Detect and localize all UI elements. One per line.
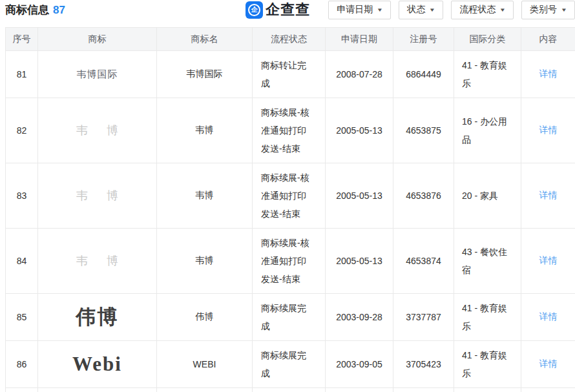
registration-number: 4653876 [393,163,454,229]
filter-label: 状态 [407,4,425,15]
filter-application-date[interactable]: 申请日期 ▼ [328,1,391,19]
trademark-image[interactable]: 伟博 [76,304,119,331]
detail-link[interactable]: 详情 [539,190,558,200]
row-number: 87 [6,388,38,392]
filter-category-number[interactable]: 类别号 ▼ [521,1,575,19]
table-row: 86WebiWEBI商标续展完成2003-09-05370542341 - 教育… [6,341,575,388]
registration-number: 6864449 [393,51,454,98]
application-date: 2003-09-28 [326,294,393,341]
trademark-image[interactable]: 韦博国际 [77,68,118,81]
chevron-down-icon: ▼ [561,7,567,13]
row-number: 81 [6,51,38,98]
page-title-count: 87 [53,4,65,16]
trademark-image[interactable]: 韦 博 [68,123,126,138]
process-status: 商标转让完成 [253,51,326,98]
chevron-down-icon: ▼ [499,7,506,13]
content-cell: 详情 [521,163,575,229]
filter-label: 类别号 [530,4,557,15]
content-cell: 详情 [521,341,575,388]
trademark-image-cell: 韦博国际 [38,51,157,98]
col-header-process-status: 流程状态 [253,28,326,51]
col-header-intl-classification: 国际分类 [454,28,521,51]
qichacha-logo[interactable]: 企 企查查 [246,0,310,19]
trademark-name: 伟博 [157,294,253,341]
col-header-trademark: 商标 [38,28,157,51]
application-date: 2005-05-13 [326,229,393,294]
page-title: 商标信息 [5,4,49,16]
application-date: 2005-05-13 [326,163,393,229]
content-cell: 详情 [521,98,575,163]
intl-classification: 16 - 办公用品 [454,98,521,163]
table-header-row: 序号 商标 商标名 流程状态 申请日期 注册号 国际分类 内容 [6,28,575,51]
registration-number: 3737787 [393,294,454,341]
registration-number: 4653874 [393,229,454,294]
chevron-down-icon: ▼ [377,7,383,13]
trademark-name: 韦博 [157,98,253,163]
row-number: 83 [6,163,38,229]
trademark-image[interactable]: 韦 博 [68,253,126,269]
process-status: 商标续展-核准通知打印发送-结束 [253,163,326,229]
trademark-name: 韦博 [157,388,253,392]
detail-link[interactable]: 详情 [539,255,558,265]
registration-number: 4653875 [393,98,454,163]
trademark-image-cell: 韦 博 [38,98,157,163]
table-row: 82韦 博韦博商标续展-核准通知打印发送-结束2005-05-134653875… [6,98,575,163]
process-status: 商标续展完成 [253,294,326,341]
application-date: 2008-07-28 [326,51,393,98]
top-bar: 商标信息87 企 企查查 申请日期 ▼ 状态 ▼ 流程状态 ▼ 类别号 ▼ [0,0,575,27]
intl-classification: 43 - 餐饮住宿 [454,229,521,294]
trademark-image[interactable]: Webi [72,353,122,376]
detail-link[interactable]: 详情 [539,125,558,135]
intl-classification: 41 - 教育娱乐 [454,294,521,341]
top-right-controls: 企 企查查 申请日期 ▼ 状态 ▼ 流程状态 ▼ 类别号 ▼ [246,0,575,19]
chevron-down-icon: ▼ [429,7,435,13]
registration-number: 3705423 [393,341,454,388]
process-status: 商标续展完成 [253,388,326,392]
content-cell: 详情 [521,294,575,341]
detail-link[interactable]: 详情 [539,68,558,79]
trademark-table: 序号 商标 商标名 流程状态 申请日期 注册号 国际分类 内容 81韦博国际韦博… [5,27,575,392]
row-number: 86 [6,341,38,388]
qichacha-logo-text: 企查查 [266,0,310,19]
row-number: 84 [6,229,38,294]
col-header-serial: 序号 [6,28,38,51]
table-body: 81韦博国际韦博国际商标转让完成2008-07-28686444941 - 教育… [6,51,575,392]
col-header-trademark-name: 商标名 [157,28,253,51]
intl-classification: 20 - 家具 [454,163,521,229]
process-status: 商标续展-核准通知打印发送-结束 [253,98,326,163]
table-row: 85伟博伟博商标续展完成2003-09-28373778741 - 教育娱乐详情 [6,294,575,341]
trademark-image-cell: 伟博 [38,294,157,341]
application-date: 2002-05-20 [326,388,393,392]
process-status: 商标续展完成 [253,341,326,388]
trademark-image[interactable]: 韦 博 [68,188,126,203]
content-cell: 详情 [521,51,575,98]
trademark-image-cell: 韦 博 [38,229,157,294]
row-number: 82 [6,98,38,163]
trademark-image-cell: 韦博 [38,388,157,392]
logo-glyph: 企 [248,4,260,16]
content-cell: 详情 [521,388,575,392]
detail-link[interactable]: 详情 [539,358,558,369]
application-date: 2003-09-05 [326,341,393,388]
filter-buttons: 申请日期 ▼ 状态 ▼ 流程状态 ▼ 类别号 ▼ [320,1,575,19]
filter-status[interactable]: 状态 ▼ [399,1,443,19]
table-row: 84韦 博韦博商标续展-核准通知打印发送-结束2005-05-134653874… [6,229,575,294]
row-number: 85 [6,294,38,341]
application-date: 2005-05-13 [326,98,393,163]
trademark-name: 韦博 [157,163,253,229]
col-header-content: 内容 [521,28,575,51]
detail-link[interactable]: 详情 [539,311,558,322]
content-cell: 详情 [521,229,575,294]
trademark-table-wrap: 序号 商标 商标名 流程状态 申请日期 注册号 国际分类 内容 81韦博国际韦博… [5,27,575,392]
col-header-application-date: 申请日期 [326,28,393,51]
page-title-wrap: 商标信息87 [5,3,65,17]
filter-process-status[interactable]: 流程状态 ▼ [451,1,514,19]
intl-classification: 41 - 教育娱乐 [454,341,521,388]
intl-classification: 41 - 教育娱乐 [454,51,521,98]
filter-label: 申请日期 [337,4,373,15]
filter-label: 流程状态 [459,4,496,15]
col-header-registration-number: 注册号 [393,28,454,51]
table-row: 87韦博韦博商标续展完成2002-05-20318042341 - 教育娱乐详情 [6,388,575,392]
trademark-name: 韦博国际 [157,51,253,98]
registration-number: 3180423 [393,388,454,392]
